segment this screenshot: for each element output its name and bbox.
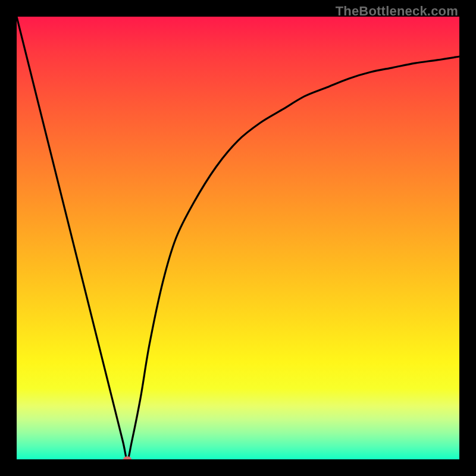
watermark-text: TheBottleneck.com bbox=[336, 4, 458, 19]
chart-frame: TheBottleneck.com bbox=[0, 0, 476, 476]
bottleneck-curve bbox=[17, 17, 459, 459]
minimum-point-marker bbox=[123, 456, 131, 459]
plot-area bbox=[17, 17, 459, 459]
